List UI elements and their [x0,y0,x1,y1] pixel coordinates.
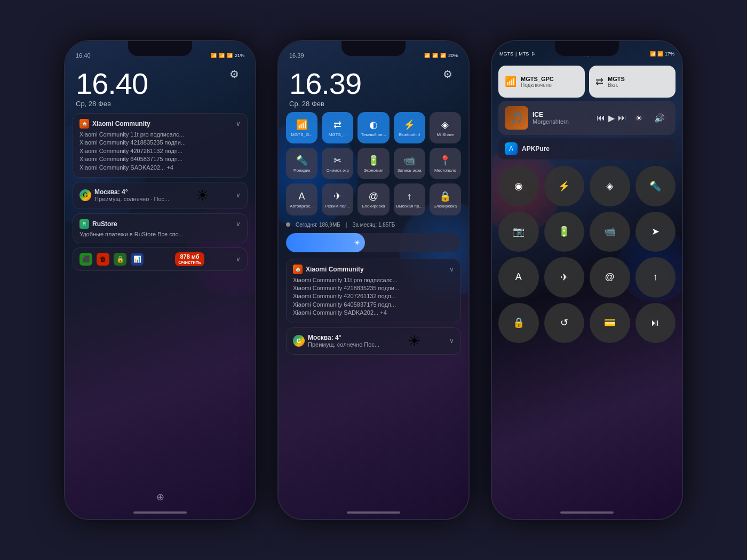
ctrl-lock1-label: Блокировка [362,204,385,209]
data-usage-2: Сегодня: 186,9МБ | За месяц: 1,85ГБ [279,220,468,230]
wifi-card-mts-icon: ⇄ [595,76,603,87]
wifi-card-mts[interactable]: ⇄ MGTS Вкл. [589,66,676,98]
brightness-slider-2[interactable]: ☀ [286,233,461,252]
phone-3: MGTS | MTS 🏳 Ср, 28 Фев 📶 📶 17% 📶 MGTS_G… [491,40,683,520]
sim-icon-1: 📶 [211,53,217,58]
camera-icon: 📷 [513,226,525,237]
carriers-3: MGTS | MTS 🏳 [499,51,536,57]
phone-1: 16.40 📶 📶 📶 21% 16.40 Ср, 28 Фев ⚙ 🏠 X [64,40,256,520]
ctrl-lock2-icon: 🔒 [439,190,451,202]
notif-line-4: Xiaomi Community 6405837175 подп... [80,155,241,163]
rustore-content-1: Удобные платежи в RuStore Все спо... [80,231,241,237]
signal-2-3: 📶 [657,51,663,57]
mem-app-1: ⬛ [80,253,92,266]
circle-btn-battery[interactable]: 🔋 [544,212,585,252]
circle-btn-share[interactable]: ◈ [590,166,630,206]
notif-chevron-1[interactable]: ∨ [236,120,241,127]
airplane-icon: ✈ [560,271,568,283]
circle-btn-media[interactable]: ⏯ [635,303,676,343]
ctrl-battery-icon: 🔋 [368,155,379,166]
circle-btn-eye[interactable]: ◉ [498,166,539,206]
weather-chevron-1[interactable]: ∨ [236,191,241,199]
battery-3: 17% [665,51,674,57]
ctrl-screenrec-icon: 📹 [403,155,415,166]
circle-btn-auto[interactable]: A [498,257,539,298]
ctrl-dark[interactable]: ◐ Темный ре... [357,112,389,143]
memory-clear-1: Очистить [178,260,201,265]
brightness-btn-3[interactable]: ☀ [631,109,647,127]
clock-area-1: 16.40 Ср, 28 Фев [65,65,255,108]
music-controls-3: ⏮ ▶ ⏭ [597,113,626,123]
ctrl-screenshot-label: Снимок экр [327,168,349,173]
home-indicator-1 [133,511,187,514]
circle-btn-bt[interactable]: ⚡ [544,166,585,206]
circle-btn-refresh[interactable]: ↺ [544,303,585,343]
gear-icon-1[interactable]: ⚙ [229,68,244,83]
music-next-3[interactable]: ⏭ [618,113,626,123]
carrier2-3: MTS [519,51,529,57]
rustore-icon-1: R [80,219,89,229]
notif-app-name-1: Xiaomi Community [92,120,150,127]
notif-app-icon-1: 🏠 [80,119,89,129]
circle-btn-camera[interactable]: 📷 [498,212,539,252]
weather-title-2: Москва: 4° [308,334,379,341]
ctrl-battery[interactable]: 🔋 Экономия [357,148,389,179]
sim-icon-2b: 📶 [432,53,438,58]
weather-chevron-2[interactable]: ∨ [449,337,454,345]
ctrl-autobright-label: Автояркос... [290,204,314,209]
ctrl-torch[interactable]: 🔦 Фонарик [286,148,317,179]
music-prev-3[interactable]: ⏮ [597,113,605,123]
ctrl-data[interactable]: ⇄ MGTS_... [322,112,353,143]
gear-icon-2[interactable]: ⚙ [443,68,458,83]
ctrl-lock2[interactable]: 🔒 Блокировка [430,183,461,215]
ctrl-location[interactable]: 📍 Местополо [430,148,461,179]
notif-xiaomi-2[interactable]: 🏠 Xiaomi Community ∨ Xiaomi Community 11… [286,259,461,323]
volume-btn-3[interactable]: 🔊 [650,109,669,127]
ctrl-airplane[interactable]: ✈ Режим пол... [322,183,353,215]
notif-p2-line-2: Xiaomi Community 4218835235 подпи... [293,284,454,292]
memory-badge-1[interactable]: 878 мб Очистить [175,252,204,266]
ctrl-location-label: Местополо [434,168,456,173]
wallet-icon: 💳 [604,317,616,329]
circle-btn-nav[interactable]: ➤ [635,212,676,252]
notif-xiaomi-1[interactable]: 🏠 Xiaomi Community ∨ Xiaomi Community 11… [73,113,248,178]
music-card-3[interactable]: 🎵 ICE Morgenshtern ⏮ ▶ ⏭ ☀ 🔊 [498,101,676,135]
notif-p2-line-3: Xiaomi Community 4207261132 подп... [293,292,454,300]
ctrl-bt[interactable]: ⚡ Bluetooth 4 [394,112,425,143]
eye-icon: ◉ [514,180,523,192]
weather-card-2[interactable]: G Москва: 4° Преимущ. солнечно Пос... ☀ … [286,327,461,355]
ctrl-autobright[interactable]: A Автояркос... [286,183,317,215]
notif-chevron-2[interactable]: ∨ [449,266,454,273]
rustore-card-1[interactable]: R RuStore ∨ Удобные платежи в RuStore Вс… [73,213,248,243]
circle-btn-up[interactable]: ↑ [635,257,676,298]
rustore-chevron-1[interactable]: ∨ [236,220,241,228]
clock-area-2: 16.39 Ср, 28 Фев [279,65,468,108]
weather-card-1[interactable]: G Москва: 4° Преимущ. солнечно · Пос... … [73,182,248,209]
music-title-3: ICE [533,111,592,118]
music-play-3[interactable]: ▶ [608,113,615,123]
status-bar-2: 16.39 📶 📶 📶 20% [279,41,468,65]
mem-app-4: 📊 [131,253,144,266]
ctrl-lock1[interactable]: @ Блокировка [357,183,389,215]
circle-btn-torch[interactable]: 🔦 [635,166,676,206]
ctrl-torch-icon: 🔦 [296,155,308,166]
apkpure-banner-3[interactable]: A APKPure [498,138,676,159]
memory-card-1[interactable]: ⬛ 🗑 🔒 📊 878 мб Очистить ∨ [73,247,248,271]
mem-app-2: 🗑 [97,253,109,266]
circle-btn-airplane[interactable]: ✈ [544,257,585,298]
ctrl-airplane-icon: ✈ [333,190,341,202]
ctrl-highperf[interactable]: ↑ Высокая пр... [394,183,425,215]
circle-btn-video[interactable]: 📹 [590,212,630,252]
wifi-card-mgts[interactable]: 📶 MGTS_GPC Подключено [498,66,585,98]
ctrl-screenshot[interactable]: ✂ Снимок экр [322,148,353,179]
circle-btn-lock[interactable]: 🔒 [498,303,539,343]
circle-btn-wallet[interactable]: 💳 [590,303,630,343]
ctrl-screenrec[interactable]: 📹 Запись экра [394,148,425,179]
memory-chevron-1[interactable]: ∨ [236,255,241,263]
apkpure-text-3: APKPure [522,145,550,153]
circle-btn-rotate[interactable]: @ [590,257,630,298]
ctrl-highperf-label: Высокая пр... [396,204,423,209]
p3-date: Ср, 28 Фев [579,51,607,57]
ctrl-wifi[interactable]: 📶 MGTS_G... [286,112,317,143]
ctrl-mishare[interactable]: ◈ Mi Share [430,112,461,143]
